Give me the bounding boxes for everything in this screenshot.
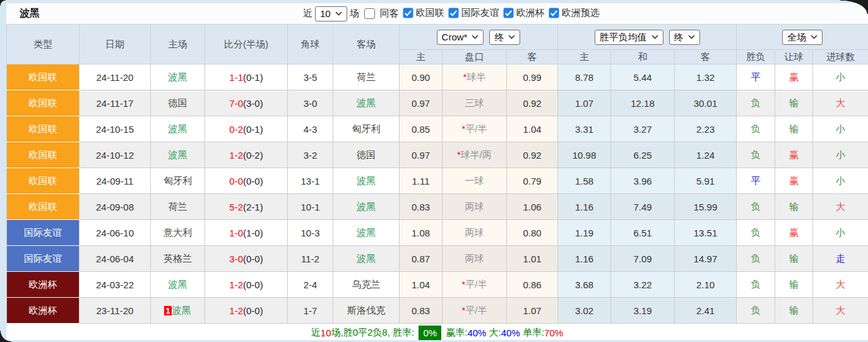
sub-col-odds-home: 主 xyxy=(400,50,443,64)
goals-cell: 小 xyxy=(813,220,868,246)
league-filter-checkbox[interactable] xyxy=(448,8,459,18)
scope-value: 全场 xyxy=(787,32,806,43)
handicap-result-cell: 赢 xyxy=(775,220,813,246)
league-type-badge: 国际友谊 xyxy=(7,220,79,245)
home-team-cell: 英格兰 xyxy=(151,246,205,272)
goals-text: 小 xyxy=(836,123,845,134)
avg-away-cell: 1.32 xyxy=(675,64,737,90)
score-cell: 0-0(0-0) xyxy=(205,168,288,194)
type-cell: 欧国联 xyxy=(7,142,80,168)
avg-draw-cell: 3.27 xyxy=(611,116,675,142)
avg-source-select[interactable]: 胜平负均值 xyxy=(595,30,663,45)
league-type-badge: 欧国联 xyxy=(7,116,79,142)
goals-cell: 走 xyxy=(813,246,868,272)
fulltime-score: 3-0 xyxy=(229,253,243,264)
league-filter-checkbox[interactable] xyxy=(403,8,413,18)
result-text: 负 xyxy=(751,253,761,264)
home-team-name: 英格兰 xyxy=(163,253,192,264)
league-filter-label: 欧国联 xyxy=(416,7,444,19)
check-icon xyxy=(448,8,459,18)
avg-away-cell: 5.91 xyxy=(675,168,737,194)
halftime-score: (0-0) xyxy=(243,305,263,316)
handicap-cell: 两球 xyxy=(443,246,507,272)
halftime-score: (0-0) xyxy=(243,253,263,264)
handicap-cell: 一球 xyxy=(443,168,507,194)
handicap-result-cell: 输 xyxy=(775,298,813,324)
handicap-cell: *球半 xyxy=(443,64,507,90)
table-row: 欧洲杯23-11-201波黑1-2(0-0)1-7斯洛伐克0.83*平/半1.0… xyxy=(7,298,868,324)
date-cell: 24-10-12 xyxy=(80,142,151,168)
away-team-cell: 匈牙利 xyxy=(333,116,400,142)
goals-cell: 小 xyxy=(813,168,868,194)
scope-select[interactable]: 全场 xyxy=(782,30,823,45)
handicap-result-text: 输 xyxy=(789,253,799,264)
goals-text: 小 xyxy=(836,175,845,186)
away-team-name: 波黑 xyxy=(357,201,376,212)
score-cell: 0-2(0-1) xyxy=(205,116,288,142)
halftime-score: (0-1) xyxy=(243,124,263,135)
league-filter-label: 欧洲预选 xyxy=(562,7,600,19)
page-title: 波黑 xyxy=(20,7,40,20)
handicap-cell: *平/半 xyxy=(443,298,507,324)
goals-cell: 小 xyxy=(813,142,868,168)
league-filter-checkbox[interactable] xyxy=(503,8,514,18)
odds-group-header: Crow* 终 xyxy=(400,25,558,50)
recent-label: 近 xyxy=(303,8,312,20)
corners-cell: 13-1 xyxy=(288,168,333,194)
type-cell: 欧国联 xyxy=(7,64,80,90)
home-team-cell: 德国 xyxy=(151,90,205,116)
handicap-text: 三球 xyxy=(465,97,484,108)
corners-cell: 3-5 xyxy=(288,64,333,90)
away-team-name: 德国 xyxy=(357,149,376,160)
league-filter-checkbox[interactable] xyxy=(549,8,559,18)
home-team-cell: 波黑 xyxy=(151,64,205,90)
col-header-home: 主场 xyxy=(151,25,205,64)
recent-count-select[interactable]: 10 xyxy=(315,6,347,21)
away-odds-cell: 0.99 xyxy=(507,64,558,90)
avg-draw-cell: 6.51 xyxy=(611,220,675,246)
odds-source-select[interactable]: Crow* xyxy=(437,30,484,45)
corners-cell: 3-0 xyxy=(288,90,333,116)
goals-text: 小 xyxy=(836,227,845,238)
avg-time-select[interactable]: 终 xyxy=(669,30,700,45)
result-cell: 负 xyxy=(737,220,775,246)
col-header-type: 类型 xyxy=(7,25,80,64)
odds-time-select[interactable]: 终 xyxy=(489,30,520,45)
table-row: 欧国联24-10-12波黑1-2(0-2)3-2德国0.97*球半/两0.921… xyxy=(7,142,868,168)
avg-draw-cell: 3.19 xyxy=(611,298,675,324)
handicap-result-cell: 赢 xyxy=(775,64,813,90)
sub-col-handicap: 盘口 xyxy=(443,50,507,64)
score-cell: 1-2(0-2) xyxy=(205,142,288,168)
handicap-result-text: 赢 xyxy=(789,149,799,160)
table-row: 欧国联24-10-15波黑0-2(0-1)4-3匈牙利0.85*平/半1.043… xyxy=(7,116,868,142)
result-cell: 负 xyxy=(737,116,775,142)
league-type-badge: 欧洲杯 xyxy=(7,298,79,323)
chevron-down-icon xyxy=(335,11,342,16)
handicap-result-text: 赢 xyxy=(789,71,799,82)
chevron-down-icon xyxy=(811,35,817,39)
footer-segment: 近 xyxy=(311,327,321,339)
corners-cell: 10-3 xyxy=(288,220,333,246)
handicap-text: 平/半 xyxy=(465,305,487,315)
avg-away-cell: 2.10 xyxy=(675,272,737,298)
home-odds-cell: 0.87 xyxy=(400,246,443,272)
avg-away-cell: 2.23 xyxy=(675,116,737,142)
score-cell: 3-0(0-0) xyxy=(205,246,288,272)
home-odds-cell: 1.04 xyxy=(400,272,443,298)
avg-draw-cell: 3.22 xyxy=(611,272,675,298)
avg-draw-cell: 7.09 xyxy=(611,246,675,272)
handicap-result-cell: 赢 xyxy=(775,142,813,168)
goals-text: 大 xyxy=(836,201,845,212)
type-cell: 国际友谊 xyxy=(7,220,80,246)
avg-away-cell: 14.97 xyxy=(675,246,737,272)
away-team-cell: 波黑 xyxy=(333,194,400,220)
away-team-cell: 波黑 xyxy=(333,220,400,246)
avg-draw-cell: 12.18 xyxy=(611,90,675,116)
league-filter-0: 欧国联 xyxy=(403,7,447,19)
handicap-result-text: 赢 xyxy=(789,175,799,186)
same-venue-checkbox[interactable] xyxy=(364,8,375,19)
away-team-name: 斯洛伐克 xyxy=(347,305,385,315)
away-team-cell: 波黑 xyxy=(333,90,400,116)
avg-draw-cell: 6.25 xyxy=(611,142,675,168)
score-cell: 1-2(0-0) xyxy=(205,298,288,324)
